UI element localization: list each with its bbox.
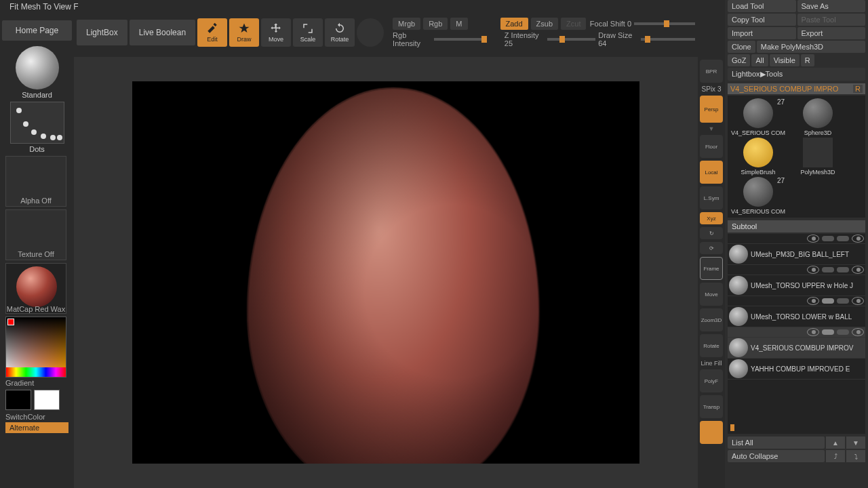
pastetool-button[interactable]: Paste Tool <box>797 14 866 26</box>
subtool-row[interactable] <box>728 327 865 338</box>
gradient-label[interactable]: Gradient <box>5 379 68 387</box>
move-button[interactable]: Move <box>261 18 291 47</box>
copytool-button[interactable]: Copy Tool <box>728 14 796 26</box>
eye-icon[interactable] <box>852 235 864 243</box>
zoom3d-button[interactable]: Zoom3D <box>700 308 723 331</box>
liveboolean-button[interactable]: Live Boolean <box>130 20 195 45</box>
mrgb-button[interactable]: Mrgb <box>393 18 420 30</box>
stroke-tile[interactable]: Dots <box>5 102 68 153</box>
rot-z-button[interactable]: ⟳ <box>700 242 723 254</box>
tool-item[interactable]: 27V4_SERIOUS COM <box>729 177 787 215</box>
toggle-icon[interactable] <box>837 298 849 304</box>
alternate-button[interactable]: Alternate <box>5 422 68 433</box>
swatch-white[interactable] <box>34 390 60 410</box>
rot-y-button[interactable]: ↻ <box>700 227 723 239</box>
eye-icon[interactable] <box>807 266 819 274</box>
spix-label[interactable]: SPix 3 <box>702 85 722 93</box>
frame-button[interactable]: Frame <box>700 257 723 280</box>
toggle-icon[interactable] <box>822 267 834 272</box>
toggle-icon[interactable] <box>822 329 834 335</box>
tool-item[interactable]: PolyMesh3D <box>789 138 847 176</box>
subtool-row[interactable] <box>728 234 865 244</box>
subtool-row[interactable]: UMesh_TORSO LOWER w BALL <box>728 306 865 327</box>
tool-item[interactable]: 27V4_SERIOUS COM <box>729 98 787 136</box>
lsym-button[interactable]: L.Sym <box>700 186 723 209</box>
zintensity-slider[interactable] <box>547 38 595 41</box>
alpha-tile[interactable]: Alpha Off <box>5 156 66 207</box>
bpr-button[interactable]: BPR <box>700 60 723 83</box>
export-button[interactable]: Export <box>797 27 866 39</box>
eye-icon[interactable] <box>852 266 864 274</box>
toggle-icon[interactable] <box>822 236 834 241</box>
swatch-black[interactable] <box>5 390 31 410</box>
toggle-icon[interactable] <box>822 298 834 304</box>
material-tile[interactable]: MatCap Red Wax <box>5 263 66 314</box>
saveas-button[interactable]: Save As <box>797 0 866 12</box>
xyz-button[interactable]: Xyz <box>700 212 723 224</box>
color-picker[interactable] <box>5 317 66 378</box>
eye-icon[interactable] <box>807 235 819 243</box>
subtool-row[interactable] <box>728 296 865 306</box>
rgb-button[interactable]: Rgb <box>423 18 448 30</box>
home-page-button[interactable]: Home Page <box>2 20 72 41</box>
subtool-row[interactable]: UMesh_PM3D_BIG BALL_LEFT <box>728 244 865 265</box>
tool-item[interactable]: Sphere3D <box>789 98 847 136</box>
persp-button[interactable]: Persp <box>700 96 723 123</box>
nav-rotate-button[interactable]: Rotate <box>700 334 723 357</box>
listall-button[interactable]: List All <box>728 436 825 449</box>
collapse-down-button[interactable]: ⤵ <box>846 450 865 462</box>
ghost-button[interactable] <box>700 421 723 444</box>
focalshift-slider[interactable] <box>634 22 695 25</box>
lightbox-button[interactable]: LightBox <box>77 20 127 45</box>
local-button[interactable]: Local <box>700 161 723 184</box>
zcut-button[interactable]: Zcut <box>561 18 586 30</box>
moveup-button[interactable]: ▲ <box>826 436 845 449</box>
drawsize-slider[interactable] <box>641 38 695 41</box>
texture-tile[interactable]: Texture Off <box>5 209 66 260</box>
switchcolor-button[interactable]: SwitchColor <box>5 413 68 421</box>
makepoly-button[interactable]: Make PolyMesh3D <box>757 41 865 53</box>
brush-tile[interactable]: Standard <box>5 46 68 99</box>
persp-arrow[interactable]: ▼ <box>709 125 715 132</box>
scale-button[interactable]: Scale <box>293 18 323 47</box>
collapse-up-button[interactable]: ⤴ <box>826 450 845 462</box>
tool-item[interactable]: SimpleBrush <box>729 138 787 176</box>
clone-button[interactable]: Clone <box>728 41 755 53</box>
gizmo-button[interactable] <box>357 18 384 47</box>
scroll-indicator[interactable] <box>730 424 734 431</box>
movedown-button[interactable]: ▼ <box>846 436 865 449</box>
goz-all-button[interactable]: All <box>751 54 768 66</box>
rgbintensity-slider[interactable] <box>434 38 482 41</box>
toggle-icon[interactable] <box>837 267 849 272</box>
eye-icon[interactable] <box>807 297 819 305</box>
canvas[interactable] <box>132 81 639 464</box>
lightbox-tools-button[interactable]: Lightbox▶Tools <box>728 68 865 81</box>
draw-button[interactable]: Draw <box>229 18 259 47</box>
eye-icon[interactable] <box>852 297 864 305</box>
polyf-button[interactable]: PolyF <box>700 369 723 392</box>
transp-button[interactable]: Transp <box>700 395 723 418</box>
subtool-row[interactable]: UMesh_TORSO UPPER w Hole J <box>728 275 865 296</box>
hue-strip[interactable] <box>6 367 66 377</box>
eye-icon[interactable] <box>807 328 819 336</box>
eye-icon[interactable] <box>852 328 864 336</box>
zadd-button[interactable]: Zadd <box>500 18 528 30</box>
tool-title[interactable]: V4_SERIOUS COMBUP IMPRO R <box>728 83 865 94</box>
autocollapse-button[interactable]: Auto Collapse <box>728 450 825 462</box>
floor-button[interactable]: Floor <box>700 135 723 158</box>
edit-button[interactable]: Edit <box>197 18 227 47</box>
subtool-header[interactable]: Subtool <box>728 220 865 232</box>
zsub-button[interactable]: Zsub <box>531 18 558 30</box>
subtool-row[interactable] <box>728 265 865 275</box>
subtool-row[interactable]: YAHHH COMBUP IMPROVED E <box>728 359 865 380</box>
m-button[interactable]: M <box>450 18 467 30</box>
goz-button[interactable]: GoZ <box>728 54 750 66</box>
rotate-button[interactable]: Rotate <box>325 18 355 47</box>
subtool-row[interactable]: V4_SERIOUS COMBUP IMPROV <box>728 338 865 359</box>
goz-r-button[interactable]: R <box>801 54 814 66</box>
toggle-icon[interactable] <box>837 329 849 335</box>
import-button[interactable]: Import <box>728 27 796 39</box>
nav-move-button[interactable]: Move <box>700 283 723 306</box>
toggle-icon[interactable] <box>837 236 849 241</box>
goz-visible-button[interactable]: Visible <box>770 54 800 66</box>
